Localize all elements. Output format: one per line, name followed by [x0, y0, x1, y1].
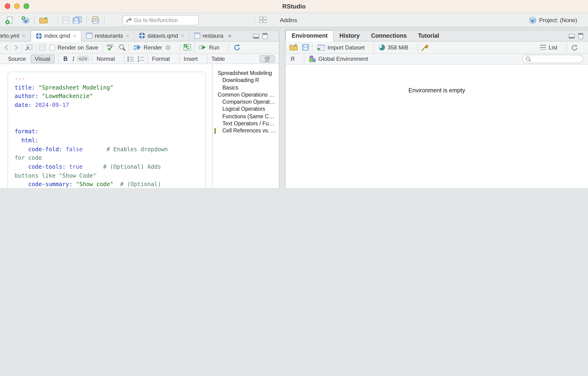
- environment-tab[interactable]: History: [334, 30, 365, 41]
- render-label: Render: [144, 44, 162, 51]
- save-workspace-icon[interactable]: [302, 44, 309, 51]
- svg-text:1: 1: [137, 56, 139, 59]
- memory-usage-button[interactable]: 358 MiB: [378, 44, 413, 51]
- memory-pie-icon: [378, 44, 385, 51]
- import-dataset-icon: [317, 44, 325, 51]
- code-line: code-fold: false # Enables dropdown: [15, 145, 205, 154]
- search-icon: [525, 56, 531, 62]
- visual-mode-button[interactable]: Visual: [31, 54, 54, 63]
- close-icon[interactable]: [126, 33, 129, 38]
- bullet-list-icon[interactable]: [127, 56, 134, 62]
- outline-item[interactable]: Spreadsheet Modeling: [212, 70, 279, 77]
- bold-button[interactable]: B: [61, 55, 70, 62]
- minimize-pane-icon[interactable]: [253, 34, 259, 38]
- outline-item[interactable]: Cell References vs. …: [212, 127, 279, 135]
- outline-item[interactable]: Common Operations …: [212, 91, 279, 99]
- pane-layout-button[interactable]: [259, 17, 272, 23]
- memory-usage-label: 358 MiB: [388, 44, 408, 51]
- render-button[interactable]: Render: [133, 44, 162, 51]
- environment-tab[interactable]: Connections: [365, 30, 412, 41]
- editor-tab[interactable]: arto.yml: [0, 30, 30, 41]
- editor-tab[interactable]: index.qmd: [30, 30, 82, 42]
- editor-tab[interactable]: datavis.qmd: [134, 30, 189, 41]
- outline-item[interactable]: Text Operators / Fu…: [212, 120, 279, 127]
- environment-pane: Environment History Connections Tutorial…: [285, 30, 588, 188]
- minimize-pane-icon[interactable]: [569, 34, 575, 38]
- format-label: Format: [152, 55, 170, 62]
- tab-label: datavis.qmd: [147, 32, 178, 39]
- italic-button[interactable]: I: [70, 55, 77, 63]
- spellcheck-icon[interactable]: ABC: [106, 43, 115, 51]
- load-workspace-icon[interactable]: [289, 44, 298, 51]
- print-button[interactable]: [91, 16, 100, 24]
- tab-overflow-icon[interactable]: [228, 32, 231, 39]
- close-icon[interactable]: [73, 33, 76, 39]
- rerun-button[interactable]: [233, 44, 245, 51]
- editor-tab[interactable]: restaura: [189, 30, 227, 41]
- paragraph-style-dropdown[interactable]: Normal: [97, 55, 119, 62]
- source-editor-pane: arto.yml index.qmd restaurants datavis.q…: [0, 30, 279, 188]
- tab-label: index.qmd: [44, 32, 70, 39]
- environment-search-input[interactable]: [531, 56, 578, 62]
- tab-label: Connections: [371, 32, 407, 39]
- tab-label: restaura: [203, 32, 223, 39]
- refresh-environment-button[interactable]: [571, 44, 583, 51]
- pane-grid-icon: [259, 17, 267, 23]
- outline-item[interactable]: Downloading R: [212, 77, 279, 84]
- project-menu[interactable]: R Project: (None): [529, 16, 584, 24]
- source-mode-button[interactable]: Source: [4, 55, 30, 63]
- close-icon[interactable]: [181, 33, 184, 38]
- outline-item[interactable]: Comparison Operat…: [212, 98, 279, 106]
- insert-chunk-icon[interactable]: C: [183, 44, 191, 51]
- display-mode-button[interactable]: List: [540, 44, 562, 51]
- forward-icon[interactable]: [12, 44, 19, 51]
- language-label: R: [291, 56, 295, 62]
- outline-toggle-button[interactable]: [260, 55, 275, 63]
- open-file-button[interactable]: [39, 16, 53, 24]
- goto-file-input[interactable]: [133, 16, 189, 24]
- import-dataset-button[interactable]: Import Dataset: [317, 44, 369, 51]
- find-icon[interactable]: [118, 44, 126, 51]
- insert-label: Insert: [184, 55, 198, 62]
- code-format-button[interactable]: </>: [77, 56, 89, 62]
- list-lines-icon: [540, 45, 546, 50]
- editor-tab[interactable]: restaurants: [82, 30, 134, 41]
- save-document-icon[interactable]: [39, 44, 46, 51]
- maximize-pane-icon[interactable]: [262, 33, 268, 39]
- editor-content[interactable]: ---title: "Spreadsheet Modeling"author: …: [0, 64, 279, 188]
- outline-item[interactable]: Logical Operators: [212, 106, 279, 113]
- render-on-save-checkbox[interactable]: Render on Save: [50, 44, 98, 51]
- maximize-pane-icon[interactable]: [578, 33, 583, 39]
- file-type-icon: [139, 32, 145, 39]
- addins-menu[interactable]: Addins: [280, 17, 302, 23]
- new-file-button[interactable]: [5, 16, 18, 24]
- clear-objects-broom-icon[interactable]: [420, 44, 429, 51]
- save-all-button[interactable]: [73, 16, 82, 24]
- open-folder-icon: [39, 16, 49, 24]
- environment-tab[interactable]: Tutorial: [412, 30, 445, 41]
- code-line: author: "LoweMackenzie": [15, 92, 205, 101]
- popout-icon[interactable]: [25, 44, 32, 51]
- render-icon: [133, 44, 141, 50]
- outline-item[interactable]: Basics: [212, 84, 279, 91]
- run-button[interactable]: Run: [199, 44, 224, 51]
- close-icon[interactable]: [22, 33, 25, 38]
- save-button[interactable]: [62, 16, 70, 24]
- outline-item[interactable]: Functions (Same C…: [212, 113, 279, 120]
- goto-file-search[interactable]: [123, 15, 199, 25]
- file-type-icon: [36, 33, 42, 39]
- svg-text:2: 2: [137, 59, 139, 62]
- environment-search[interactable]: [522, 55, 583, 63]
- scope-dropdown[interactable]: Global Environment: [308, 55, 373, 63]
- environment-tab[interactable]: Environment: [285, 30, 334, 42]
- new-project-button[interactable]: R: [21, 16, 30, 24]
- paragraph-style-label: Normal: [97, 55, 115, 62]
- back-icon[interactable]: [4, 44, 11, 51]
- table-menu[interactable]: Table: [211, 55, 230, 62]
- numbered-list-icon[interactable]: 12: [137, 56, 144, 62]
- format-menu[interactable]: Format: [152, 55, 175, 62]
- language-dropdown[interactable]: R: [291, 56, 299, 62]
- yaml-front-matter-block[interactable]: ---title: "Spreadsheet Modeling"author: …: [8, 72, 206, 188]
- render-settings-button[interactable]: ⚙: [165, 44, 176, 51]
- insert-menu[interactable]: Insert: [184, 55, 202, 62]
